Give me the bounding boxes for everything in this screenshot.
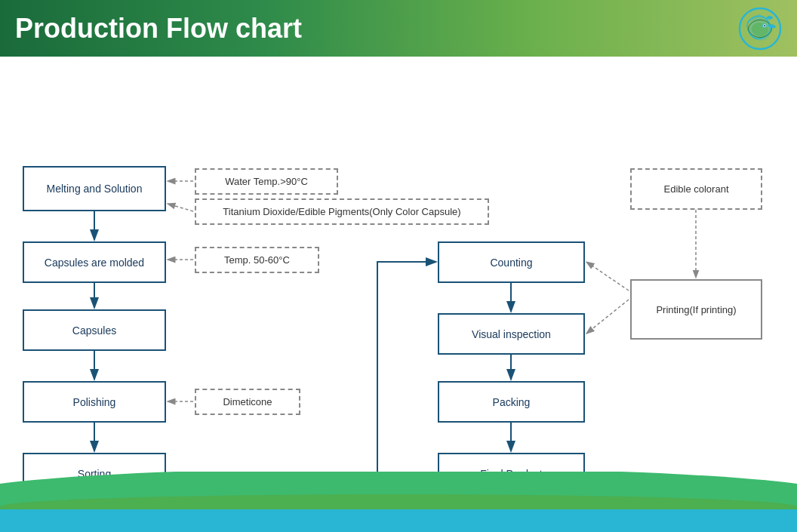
footer-blue [0, 509, 797, 532]
footer [0, 472, 797, 532]
capsules-molded-box: Capsules are molded [23, 241, 166, 283]
visual-inspection-box: Visual inspection [438, 313, 585, 355]
polishing-box: Polishing [23, 381, 166, 423]
edible-colorant-box: Edible colorant [630, 168, 762, 210]
packing-box: Packing [438, 381, 585, 423]
company-logo [738, 7, 782, 51]
header: Production Flow chart [0, 0, 797, 57]
page-title: Production Flow chart [15, 13, 302, 45]
printing-box: Printing(If printing) [630, 279, 762, 340]
dimeticone-box: Dimeticone [195, 389, 300, 415]
titanium-box: Titanium Dioxide/Edible Pigments(Only Co… [195, 198, 489, 225]
svg-point-2 [764, 24, 765, 26]
svg-line-13 [168, 204, 193, 211]
svg-line-18 [586, 262, 629, 291]
melting-box: Melting and Solution [23, 166, 166, 211]
water-temp-box: Water Temp.>90°C [195, 168, 338, 195]
flowchart-content: Melting and Solution Water Temp.>90°C Ti… [0, 57, 797, 472]
svg-line-17 [586, 300, 629, 334]
counting-box: Counting [438, 241, 585, 283]
capsules-box: Capsules [23, 309, 166, 351]
temp-box: Temp. 50-60°C [195, 247, 319, 273]
